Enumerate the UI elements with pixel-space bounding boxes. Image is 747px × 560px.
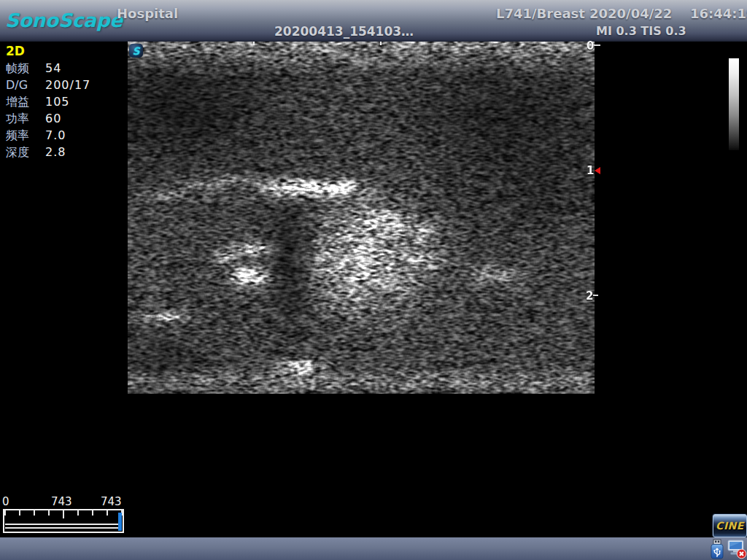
param-row-frequency: 频率 7.0 [6, 128, 90, 145]
network-disconnected-icon [727, 539, 747, 559]
system-time: 16:44:19 [690, 6, 747, 21]
width-scale-tick [380, 42, 382, 45]
param-row-framerate: 帧频 54 [6, 61, 90, 78]
cine-start-frame: 0 [2, 495, 9, 508]
depth-tick [594, 44, 600, 46]
cine-tick [107, 510, 108, 516]
depth-tick [593, 295, 598, 296]
usb-icon [710, 539, 724, 559]
param-row-gain: 增益 105 [6, 95, 90, 112]
cine-button-label: CINE [716, 520, 744, 532]
param-label: 频率 [6, 128, 45, 145]
hospital-name: Hospital [117, 6, 178, 21]
title-bar: SonoScape Hospital L741/Breast 2020/04/2… [0, 0, 747, 42]
param-value: 2.8 [45, 145, 66, 162]
param-label: 增益 [6, 95, 45, 112]
cine-current-frame: 743 [51, 495, 72, 508]
cine-tick [19, 510, 20, 516]
status-bar [0, 537, 747, 560]
mi-tis-readout: MI 0.3 TIS 0.3 [596, 24, 686, 38]
param-value: 105 [45, 95, 70, 112]
width-scale-tick [253, 42, 255, 45]
param-row-depth: 深度 2.8 [6, 145, 90, 162]
cine-tick [34, 510, 35, 516]
param-value: 60 [45, 112, 61, 128]
cine-tick [77, 510, 79, 516]
mode-label: 2D [6, 44, 90, 61]
ultrasound-screen: SonoScape Hospital L741/Breast 2020/04/2… [0, 0, 747, 560]
param-label: 功率 [6, 112, 45, 128]
focus-marker-icon [595, 167, 600, 174]
param-label: D/G [6, 78, 45, 95]
depth-mark-0: 0 [587, 39, 594, 52]
param-row-dg: D/G 200/17 [6, 78, 90, 95]
param-label: 帧频 [6, 61, 45, 78]
param-value: 7.0 [45, 128, 66, 145]
cine-position-handle[interactable] [118, 513, 122, 531]
cine-total-frames: 743 [101, 495, 122, 508]
cine-tick [4, 510, 6, 516]
cine-scrubber-line [5, 527, 122, 529]
parameter-panel: 2D 帧频 54 D/G 200/17 增益 105 功率 60 频率 7.0 … [6, 44, 90, 162]
probe-preset: L741/Breast [496, 6, 585, 21]
cine-tick [63, 510, 64, 518]
ultrasound-image[interactable] [128, 42, 595, 394]
cine-scrubber-line [5, 524, 122, 525]
grayscale-map-bar [729, 58, 739, 150]
param-label: 深度 [6, 145, 45, 162]
sonoscape-logo: SonoScape [5, 9, 123, 31]
cine-button[interactable]: CINE [713, 514, 747, 537]
param-row-power: 功率 60 [6, 112, 90, 128]
depth-mark-2: 2 [586, 289, 593, 303]
ultrasound-image-area[interactable]: S [128, 42, 595, 394]
param-value: 200/17 [45, 78, 90, 95]
depth-mark-1: 1 [587, 164, 594, 177]
system-date: 2020/04/22 [589, 6, 672, 21]
cine-tick [92, 510, 93, 516]
param-value: 54 [45, 61, 61, 78]
cine-tick [48, 510, 50, 516]
probe-orientation-mark: S [129, 44, 143, 58]
exam-id: 20200413_154103… [274, 24, 414, 39]
cine-scrubber[interactable] [3, 509, 124, 533]
